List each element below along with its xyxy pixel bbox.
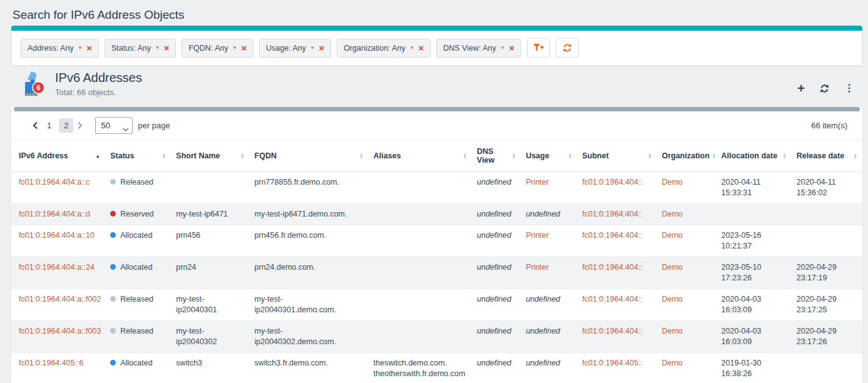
table-row[interactable]: fc01:0:1964:404:a::10Allocatedprn456prn4… xyxy=(11,225,862,257)
pagination-next-button[interactable] xyxy=(74,120,85,131)
chevron-down-icon[interactable]: ▾ xyxy=(156,45,159,51)
status-dot xyxy=(110,211,116,217)
release-date-cell: 2020-04-1115:36:02 xyxy=(792,172,862,204)
column-header-aliases[interactable]: Aliases▲▼ xyxy=(369,140,472,172)
remove-filter-icon[interactable]: × xyxy=(164,44,170,51)
usage-cell: Printer xyxy=(521,172,577,204)
subnet-link[interactable]: fc01:0:1964:404:: xyxy=(582,178,643,186)
filter-chip-organization[interactable]: Organization: Any▾× xyxy=(337,39,431,58)
sort-icon: ▲▼ xyxy=(359,153,363,159)
organization-link[interactable]: Demo xyxy=(661,263,682,272)
column-header-allocation-date[interactable]: Allocation date▲▼ xyxy=(717,140,792,172)
status-cell: Allocated xyxy=(105,353,171,383)
organization-cell: Demo xyxy=(656,289,716,321)
add-object-button[interactable]: + xyxy=(797,83,805,93)
organization-link[interactable]: Demo xyxy=(661,295,682,304)
subnet-link[interactable]: fc01:0:1964:404:: xyxy=(582,295,643,304)
subnet-link[interactable]: fc01:0:1964:404:: xyxy=(582,263,643,272)
usage-link[interactable]: Printer xyxy=(526,231,549,240)
pagination-prev-button[interactable] xyxy=(30,120,41,131)
date-value: 2023-05-1610:21:37 xyxy=(722,231,762,250)
pagination-bar: 12 50 per page 66 item(s) xyxy=(11,111,862,140)
table-row[interactable]: fc01:0:1964:405::6Allocatedswitch3switch… xyxy=(11,353,862,383)
refresh-filters-button[interactable] xyxy=(556,38,579,58)
fqdn-cell: prn456.fr.demo.com. xyxy=(250,225,369,257)
ipv6-address-link[interactable]: fc01:0:1964:404:a::f003 xyxy=(19,327,101,335)
remove-filter-icon[interactable]: × xyxy=(241,44,247,51)
organization-link[interactable]: Demo xyxy=(661,210,682,218)
add-filter-button[interactable] xyxy=(527,38,550,58)
more-options-button[interactable]: ⋮ xyxy=(844,83,854,93)
filter-chip-usage[interactable]: Usage: Any▾× xyxy=(259,39,331,58)
column-label: Release date xyxy=(797,151,844,160)
column-header-subnet[interactable]: Subnet▲▼ xyxy=(577,140,656,172)
column-header-release-date[interactable]: Release date▲▼ xyxy=(792,140,862,172)
aliases-cell xyxy=(369,289,472,321)
column-label: Subnet xyxy=(582,151,608,160)
ipv6-address-link[interactable]: fc01:0:1964:404:a::c xyxy=(19,178,89,186)
subnet-link[interactable]: fc01:0:1964:404:: xyxy=(582,327,643,335)
table-row[interactable]: fc01:0:1964:404:a::24Allocatedprn24prn24… xyxy=(11,257,862,289)
remove-filter-icon[interactable]: × xyxy=(86,44,92,51)
table-row[interactable]: fc01:0:1964:404:a::f003Releasedmy-test-i… xyxy=(11,321,862,353)
column-label: IPv6 Address xyxy=(19,151,68,160)
column-header-dns-view[interactable]: DNS View▲▼ xyxy=(472,140,521,172)
dns-view-cell: undefined xyxy=(472,321,521,353)
release-date-cell: 2020-04-2923:17:19 xyxy=(792,257,862,289)
organization-link[interactable]: Demo xyxy=(661,327,682,335)
usage-link[interactable]: Printer xyxy=(526,263,549,272)
column-header-status[interactable]: Status▲▼ xyxy=(105,140,171,172)
remove-filter-icon[interactable]: × xyxy=(319,44,324,51)
remove-filter-icon[interactable]: × xyxy=(509,44,514,51)
table-body: fc01:0:1964:404:a::cReleasedprn778855.fr… xyxy=(11,172,862,383)
ipv6-address-link[interactable]: fc01:0:1964:404:a::24 xyxy=(19,263,94,272)
fqdn-cell: switch3.fr.demo.com. xyxy=(250,353,369,383)
status-cell: Released xyxy=(105,172,171,204)
filter-chip-fqdn[interactable]: FQDN: Any▾× xyxy=(181,39,253,58)
ipv6-address-link[interactable]: fc01:0:1964:404:a::10 xyxy=(19,231,94,240)
subnet-link[interactable]: fc01:0:1964:404:: xyxy=(582,210,643,218)
chevron-down-icon[interactable]: ▾ xyxy=(501,45,504,51)
column-header-fqdn[interactable]: FQDN▲▼ xyxy=(250,140,369,172)
usage-link[interactable]: Printer xyxy=(526,178,549,186)
refresh-icon xyxy=(820,84,829,93)
ipv6-address-link[interactable]: fc01:0:1964:404:a::d xyxy=(19,210,90,218)
ipv6-address-link[interactable]: fc01:0:1964:405::6 xyxy=(19,359,84,367)
filter-chip-status[interactable]: Status: Any▾× xyxy=(105,39,176,58)
chevron-down-icon[interactable]: ▾ xyxy=(233,45,237,51)
subnet-link[interactable]: fc01:0:1964:405:: xyxy=(582,359,643,367)
accent-bar xyxy=(11,26,862,31)
chevron-right-icon xyxy=(77,121,83,130)
chevron-down-icon[interactable]: ▾ xyxy=(311,45,314,51)
refresh-list-button[interactable] xyxy=(820,84,829,93)
status-label: Released xyxy=(120,178,153,186)
chevron-down-icon[interactable]: ▾ xyxy=(411,45,414,51)
filter-chip-dns-view[interactable]: DNS View: Any▾× xyxy=(436,39,521,58)
per-page-select[interactable]: 50 xyxy=(95,117,133,134)
sort-icon: ▲▼ xyxy=(854,153,857,159)
subnet-link[interactable]: fc01:0:1964:404:: xyxy=(582,231,643,240)
pagination-page-1[interactable]: 1 xyxy=(42,118,56,133)
column-header-usage[interactable]: Usage▲▼ xyxy=(521,140,577,172)
table-row[interactable]: fc01:0:1964:404:a::dReservedmy-test-ip64… xyxy=(11,204,862,225)
remove-filter-icon[interactable]: × xyxy=(418,44,424,51)
table-row[interactable]: fc01:0:1964:404:a::cReleasedprn778855.fr… xyxy=(11,172,862,204)
column-header-organization[interactable]: Organization▲▼ xyxy=(656,140,716,172)
column-header-short-name[interactable]: Short Name▲▼ xyxy=(171,140,249,172)
dns-view-cell: undefined xyxy=(472,172,521,204)
table-row[interactable]: fc01:0:1964:404:a::f002Releasedmy-test-i… xyxy=(11,289,862,321)
column-label: Aliases xyxy=(374,151,401,160)
status-cell: Released xyxy=(105,289,171,321)
column-header-ipv6-address[interactable]: IPv6 Address▲ xyxy=(11,140,105,172)
organization-cell: Demo xyxy=(656,353,716,383)
organization-link[interactable]: Demo xyxy=(661,231,682,240)
horizontal-scrollbar[interactable] xyxy=(14,107,860,111)
organization-link[interactable]: Demo xyxy=(661,178,682,186)
pagination-page-2[interactable]: 2 xyxy=(59,118,73,133)
filter-chip-label: DNS View: Any xyxy=(443,44,496,53)
ipv6-address-link[interactable]: fc01:0:1964:404:a::f002 xyxy=(19,295,101,304)
filter-chip-address[interactable]: Address: Any▾× xyxy=(21,39,99,58)
status-label: Reserved xyxy=(120,210,154,218)
chevron-down-icon[interactable]: ▾ xyxy=(79,45,82,51)
organization-link[interactable]: Demo xyxy=(661,359,682,367)
